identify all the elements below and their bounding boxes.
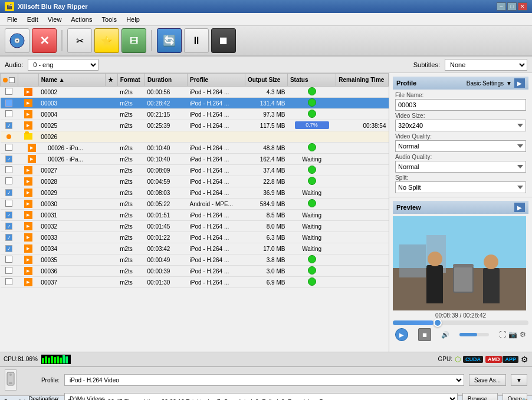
table-row[interactable]: ▶ 00026 - iPo... m2ts 00:10:40 iPod - H.… [1,143,389,154]
menu-view[interactable]: View [43,15,67,24]
right-panel: Profile Basic Settings ▼ ▶ File Name: Vi… [389,73,532,352]
stop-button[interactable]: ⏹ [211,28,236,53]
convert-button[interactable]: 🔄 [157,28,182,53]
preview-expand-button[interactable]: ▶ [514,203,525,212]
col-header-format[interactable]: Format [117,74,145,87]
load-disc-button[interactable] [5,28,29,53]
status-log-icon[interactable]: 📋 [519,398,528,400]
svg-point-5 [9,373,12,376]
menu-help[interactable]: Help [121,15,145,24]
cpu-graph [41,355,71,364]
videosize-select[interactable]: 320x240 640x480 1280x720 [395,120,526,131]
playback-controls: ▶ ⏹ 🔊 ⛶ 📷 ⚙ [393,327,528,342]
subtitle-label: Subtitles: [413,61,440,68]
subtitle-select[interactable]: None [445,59,527,71]
filename-label: File Name: [395,92,526,98]
save-dropdown-button[interactable]: ▼ [511,374,527,386]
video-progress-slider[interactable] [393,320,528,325]
minimize-button[interactable]: – [497,2,506,11]
split-select[interactable]: No Split By Size By Time [395,181,526,193]
volume-fill [459,333,477,336]
profile-fields: File Name: Video Size: 320x240 640x480 1… [393,92,528,193]
stop-playback-button[interactable]: ⏹ [418,328,431,341]
screen-icons: ⛶ 📷 ⚙ [499,330,526,339]
col-header-outsize[interactable]: Output Size [245,74,287,87]
table-row[interactable]: ▶ 00028 m2ts 00:04:59 iPod - H.264 ... 2… [1,176,389,187]
preview-header: Preview [396,204,421,211]
col-header-status[interactable]: Status [287,74,336,87]
effect-button[interactable]: ⭐ [94,28,119,53]
gpu-label: GPU: [438,356,452,362]
panel-expand-button[interactable]: ▶ [514,78,525,88]
col-header-name[interactable]: Name ▲ [38,74,105,87]
snapshot-icon[interactable]: 📷 [508,330,517,339]
table-row[interactable]: ▶ 00003 m2ts 00:28:42 iPod - H.264 ... 1… [1,98,389,109]
videoquality-select[interactable]: Normal High Low [395,140,526,152]
table-row[interactable]: ▶ 00002 m2ts 00:00:56 iPod - H.264 ... 4… [1,87,389,98]
settings-icon[interactable]: ⚙ [520,330,526,339]
close-button[interactable]: ✕ [518,2,527,11]
nvidia-logo: ⬡ [455,355,461,363]
toolbar-separator-1 [61,30,63,51]
add-segment-button[interactable]: 🎞 [121,28,146,53]
profile-row: Profile: iPod - H.264 Video Save As... ▼ [5,369,527,391]
amd-badge[interactable]: AMD [485,356,503,363]
table-row[interactable]: ▶ 00035 m2ts 00:00:49 iPod - H.264 ... 3… [1,254,389,266]
audio-select[interactable]: 0 - eng [28,59,98,71]
progress-thumb[interactable] [434,319,442,327]
audio-label: Audio: [5,61,23,68]
col-header-remaining[interactable]: Remaining Time [336,74,389,87]
menu-file[interactable]: File [2,15,22,24]
settings-dropdown-icon[interactable]: ▼ [506,80,512,87]
table-row[interactable]: ✓ ▶ 00029 m2ts 00:08:03 iPod - H.264 ...… [1,187,389,199]
menu-edit[interactable]: Edit [22,15,43,24]
app-title: Xilisoft Blu Ray Ripper [18,3,88,10]
progress-fill [393,320,434,325]
fullscreen-icon[interactable]: ⛶ [499,330,506,339]
amd-section: AMD APP [485,356,518,363]
filename-input[interactable] [395,99,526,111]
remove-button[interactable]: ✕ [32,28,57,53]
app-badge[interactable]: APP [503,356,518,363]
svg-point-2 [17,40,18,42]
preview-section: Preview ▶ [389,197,532,352]
table-row[interactable]: 00026 [1,131,389,143]
table-row[interactable]: ▶ 00030 m2ts 00:05:22 Android - MPE... 5… [1,199,389,210]
col-header-check [1,74,18,87]
volume-slider[interactable] [459,333,489,336]
col-header-icon [18,74,38,87]
play-button[interactable]: ▶ [395,328,408,341]
restore-button[interactable]: □ [507,2,517,11]
videoquality-label: Video Quality: [395,133,526,140]
profile-header: Profile [396,80,416,87]
table-row[interactable]: ✓ ▶ 00034 m2ts 00:03:42 iPod - H.264 ...… [1,243,389,254]
col-header-profile[interactable]: Profile [188,74,245,87]
audioquality-label: Audio Quality: [395,154,526,160]
window-controls: – □ ✕ [497,2,527,11]
table-row[interactable]: ✓ ▶ 00031 m2ts 00:01:51 iPod - H.264 ...… [1,210,389,221]
table-row[interactable]: ▶ 00037 m2ts 00:01:30 iPod - H.264 ... 6… [1,277,389,288]
table-row[interactable]: ✓ ▶ 00026 - iPa... m2ts 00:10:40 iPad - … [1,154,389,165]
gpu-settings-icon[interactable]: ⚙ [521,355,528,364]
table-row[interactable]: ✓ ▶ 00025 m2ts 00:25:39 iPod - H.264 ...… [1,120,389,131]
volume-icon[interactable]: 🔊 [441,331,449,339]
pause-button[interactable]: ⏸ [184,28,209,53]
menu-actions[interactable]: Actions [66,15,97,24]
device-icon [5,369,17,391]
audioquality-select[interactable]: Normal High Low [395,161,526,173]
gpu-section: GPU: ⬡ CUDA AMD APP ⚙ [438,355,528,364]
file-table-scroll[interactable]: Name ▲ ★ Format Duration Profile Output … [0,73,389,352]
profile-bar-select[interactable]: iPod - H.264 Video [64,374,464,386]
cut-button[interactable]: ✂ [67,28,92,53]
table-row[interactable]: ✓ ▶ 00032 m2ts 00:01:45 iPod - H.264 ...… [1,221,389,232]
cuda-badge[interactable]: CUDA [463,356,483,363]
svg-rect-4 [9,382,12,384]
save-as-button[interactable]: Save As... [469,374,506,386]
menu-tools[interactable]: Tools [97,15,121,24]
table-row[interactable]: ▶ 00036 m2ts 00:00:39 iPod - H.264 ... 3… [1,266,389,277]
cpu-label: CPU:81.06% [4,356,38,362]
table-row[interactable]: ✓ ▶ 00033 m2ts 00:01:22 iPod - H.264 ...… [1,232,389,243]
col-header-duration[interactable]: Duration [145,74,188,87]
table-row[interactable]: ▶ 00004 m2ts 00:21:15 iPod - H.264 ... 9… [1,109,389,120]
table-row[interactable]: ▶ 00027 m2ts 00:08:09 iPod - H.264 ... 3… [1,165,389,176]
